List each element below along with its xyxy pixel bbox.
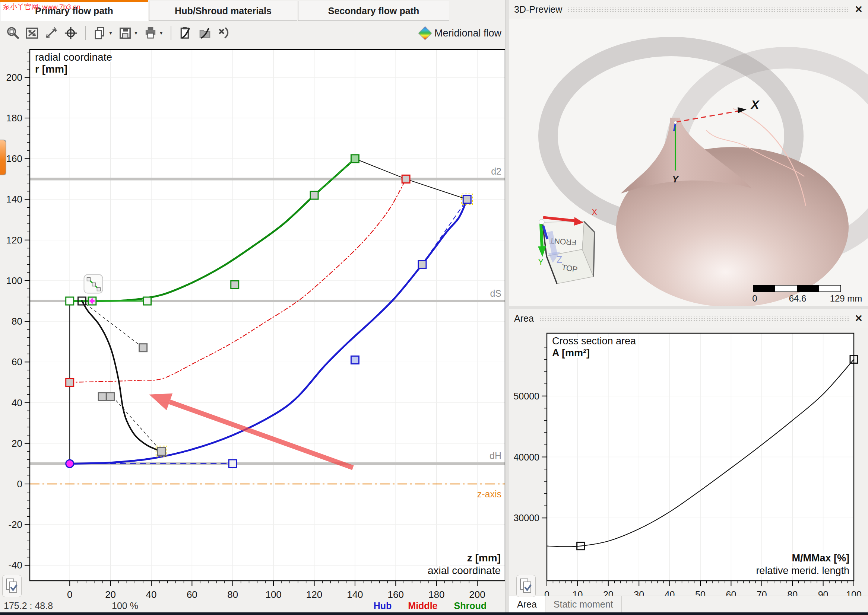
control-point[interactable] [88,297,96,305]
center-button[interactable] [62,25,80,42]
x-tick-label: 200 [469,589,485,599]
curve-legend: HubMiddleShroud [374,601,486,611]
y-tick-label: 50000 [514,391,540,401]
control-point[interactable] [402,175,410,183]
control-point[interactable] [418,261,426,268]
app-window: Primary flow pathHub/Shroud materialsSec… [0,0,868,615]
cube-y-label: Y [538,257,544,267]
control-point[interactable] [139,344,147,352]
control-point[interactable] [144,297,151,305]
control-point[interactable] [351,155,359,163]
close-icon[interactable]: ✕ [855,313,863,324]
x-tick-label: 180 [429,589,444,599]
x-tick-label: 160 [388,589,404,599]
legend-hub: Hub [374,601,392,611]
scale-start-label: 0 [752,293,757,303]
y-tick-label: 200 [6,72,22,83]
center-icon [64,26,78,40]
area-chart[interactable]: 0102030405060708090100300004000050000Cro… [514,328,868,599]
zoom-level: 100 % [112,601,138,611]
x-tick-label: 60 [187,589,197,599]
area-tab-bar: AreaStatic moment [509,596,868,613]
chevron-down-icon[interactable]: ▼ [134,31,138,36]
control-point[interactable] [99,393,106,401]
ref-line-label-z-axis: z-axis [477,489,501,499]
paste-curve-icon [178,26,192,40]
y-tick-label: 100 [6,275,22,286]
ref-line-label-d2: d2 [491,166,501,176]
copy-area-chart-button[interactable] [516,575,536,597]
print-button[interactable]: ▼ [142,25,166,42]
legend-middle: Middle [408,601,437,611]
y-tick-label: 140 [6,194,22,205]
collapsed-panel-handle[interactable] [0,140,6,175]
close-icon[interactable]: ✕ [855,4,863,15]
preview-3d-scene[interactable]: X Y FRONT TOP X Y Z [509,19,868,306]
tab-label: Secondary flow path [328,6,419,16]
ref-line-label-dH: dH [490,450,501,461]
x-axis-subtitle: relative merid. length [756,565,849,576]
view-mode-indicator: Meridional flow [420,22,501,45]
measure-icon [44,26,58,40]
x-tick-label: 20 [105,589,116,599]
save-button[interactable]: ▼ [116,25,140,42]
save-icon [118,26,132,40]
toolbar-separator [170,26,171,40]
control-point[interactable] [351,356,359,364]
area-panel-title: Area [514,313,534,324]
control-point[interactable] [106,393,114,401]
control-point[interactable] [66,378,74,386]
delete-curve-button[interactable] [215,25,233,42]
scale-end-label: 129 mm [830,293,862,303]
bottom-strip [0,612,868,615]
load-curve-button[interactable] [196,25,214,42]
chevron-down-icon[interactable]: ▼ [159,31,164,36]
control-point[interactable] [231,281,239,289]
tab-secondary-flow-path[interactable]: Secondary flow path [298,1,449,21]
chart-title-units: A [mm²] [552,347,590,359]
control-point[interactable] [461,194,472,205]
meridional-contour-plot-area[interactable] [30,50,505,581]
meridional-flow-icon [418,27,432,40]
x-tick-label: 140 [347,589,363,599]
x-axis-title: z [mm] [467,552,501,563]
measure-button[interactable] [42,25,60,42]
meridional-chart[interactable]: 020406080100120140160180200-40-200204060… [0,45,509,599]
y-tick-label: -40 [8,560,22,571]
bezier-edit-hint-button[interactable] [84,275,102,293]
control-point[interactable] [66,297,74,305]
legend-shroud: Shroud [454,601,487,611]
x-tick-label: 0 [67,589,72,599]
cube-y-arrow [541,224,542,247]
copy-chart-button[interactable] [2,575,22,597]
tab-hub-shroud-materials[interactable]: Hub/Shroud materials [149,1,297,21]
control-point[interactable] [156,446,167,457]
fit-view-button[interactable] [23,25,41,42]
control-point[interactable] [310,191,318,199]
x-axis-label: X [750,98,760,111]
x-tick-label: 120 [306,589,322,599]
y-tick-label: 0 [17,478,22,490]
tab-label: Hub/Shroud materials [175,6,272,16]
zoom-button[interactable] [4,25,22,42]
cursor-coordinates: 175.2 : 48.8 [4,601,53,611]
print-icon [144,26,158,40]
control-point[interactable] [229,460,236,468]
chevron-down-icon[interactable]: ▼ [108,31,113,36]
horizontal-splitter[interactable] [509,306,868,309]
header-dot-filler [568,6,849,12]
toolbar-separator [85,26,86,40]
copy-button[interactable]: ▼ [91,25,115,42]
x-axis-subtitle: axial coordinate [428,565,501,576]
y-tick-label: 60 [11,356,22,367]
y-tick-label: 120 [6,234,22,246]
x-tick-label: 80 [227,589,238,599]
control-point[interactable] [66,460,74,468]
y-tick-label: 160 [6,153,22,164]
area-tab-static-moment[interactable]: Static moment [545,596,622,613]
area-tab-area[interactable]: Area [509,596,545,613]
header-dot-filler [539,315,849,322]
cube-x-label: X [591,208,597,217]
paste-curve-button[interactable] [177,25,194,42]
y-tick-label: 40 [11,397,22,408]
